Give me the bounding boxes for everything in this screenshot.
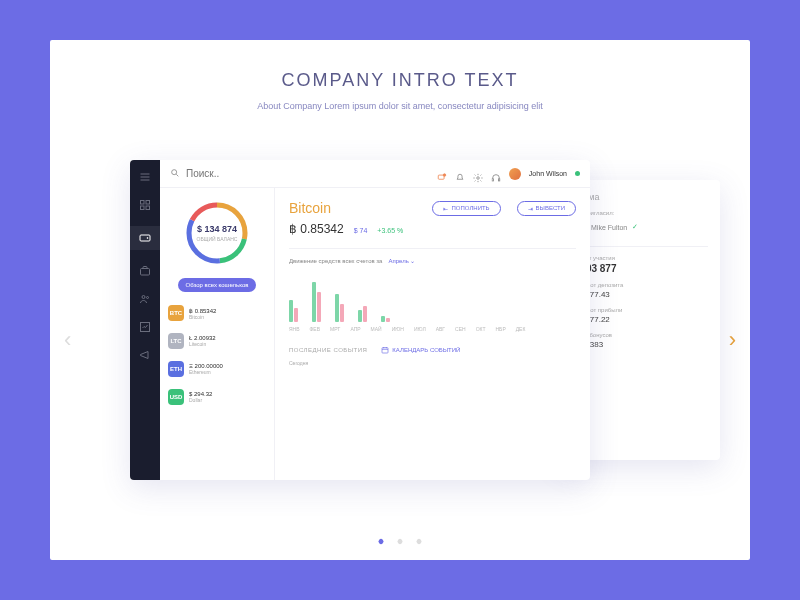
sidebar-nav (130, 160, 160, 480)
withdraw-button[interactable]: ⇥ВЫВЕСТИ (517, 201, 576, 216)
coin-badge: USD (168, 389, 184, 405)
hero-subtitle: About Company Lorem ipsum dolor sit amet… (50, 101, 750, 111)
topbar: John Wilson (160, 160, 590, 188)
month-tick: ИЮН (392, 326, 404, 332)
bar-out (340, 304, 344, 322)
invite-label: Вас пригласил: (572, 210, 708, 216)
month-tick: МАЙ (371, 326, 382, 332)
month-tick: ЯНВ (289, 326, 300, 332)
gear-icon[interactable] (473, 169, 483, 179)
month-tick: АПР (350, 326, 360, 332)
svg-rect-3 (146, 206, 150, 210)
bar-in (358, 310, 362, 322)
coin-detail: Bitcoin ⇤ПОПОЛНИТЬ ⇥ВЫВЕСТИ ฿ 0.85342 $ … (275, 188, 590, 480)
deposit-value: $ 5 877.43 (572, 290, 708, 299)
month-tick: АВГ (436, 326, 445, 332)
wallet-item[interactable]: USD$ 294.32Dollar (166, 386, 268, 408)
bar-in (289, 300, 293, 322)
profit-value: $ 3 877.22 (572, 315, 708, 324)
headset-icon[interactable] (491, 169, 501, 179)
avatar[interactable] (509, 168, 521, 180)
balance-donut: $ 134 874 ОБЩИЙ БАЛАНС (182, 198, 252, 268)
month-tick: ИЮЛ (414, 326, 426, 332)
carousel-dots (379, 539, 422, 544)
svg-rect-2 (141, 206, 145, 210)
bar-chart (289, 272, 576, 322)
search-icon[interactable] (170, 168, 180, 180)
chat-icon[interactable] (437, 169, 447, 179)
wallet-amount: ฿ 0.85342 (189, 307, 216, 314)
wallet-item[interactable]: LTCŁ 2.00932Litecoin (166, 330, 268, 352)
all-value: $ 10 383 (572, 340, 708, 349)
users-icon[interactable] (138, 292, 152, 306)
wallet-name: Bitcoin (189, 314, 216, 320)
bar-out (317, 292, 321, 322)
search-input[interactable] (186, 168, 246, 179)
svg-rect-1 (146, 201, 150, 205)
dashboard-card: John Wilson (130, 160, 590, 480)
bar-in (312, 282, 316, 322)
stats-label: оборот участия (572, 255, 708, 261)
chart-label: Движение средств всех счетов за (289, 258, 382, 264)
bell-icon[interactable] (455, 169, 465, 179)
svg-point-12 (443, 173, 446, 176)
balance-amount: $ 134 874 (197, 224, 237, 234)
carousel-prev[interactable]: ‹ (64, 327, 71, 353)
wallet-icon[interactable] (130, 226, 160, 250)
balance-panel: $ 134 874 ОБЩИЙ БАЛАНС Обзор всех кошель… (160, 188, 275, 480)
svg-point-5 (147, 238, 148, 239)
hero-title: COMPANY INTRO TEXT (50, 70, 750, 91)
all-label: Итого бонусов (572, 332, 708, 338)
briefcase-icon[interactable] (138, 264, 152, 278)
coin-amount: ฿ 0.85342 (289, 222, 344, 236)
user-name: John Wilson (529, 170, 567, 177)
coin-title: Bitcoin (289, 200, 331, 216)
coin-usd: $ 74 (354, 227, 368, 234)
svg-point-8 (147, 297, 149, 299)
view-wallets-button[interactable]: Обзор всех кошельков (178, 278, 257, 292)
month-tick: ДЕК (516, 326, 526, 332)
events-label: ПОСЛЕДНИЕ СОБЫТИЯ (289, 347, 367, 353)
profit-label: Бонус от прибыли (572, 307, 708, 313)
chart-icon[interactable] (138, 320, 152, 334)
today-label: Сегодня (289, 360, 576, 366)
dot-2[interactable] (396, 538, 403, 545)
svg-point-10 (172, 169, 177, 174)
stats-total: $ 293 877 (572, 263, 708, 274)
wallet-item[interactable]: BTC฿ 0.85342Bitcoin (166, 302, 268, 324)
deposit-label: Бонус от депозита (572, 282, 708, 288)
coin-pct: +3.65 % (377, 227, 403, 234)
wallet-item[interactable]: ETHΞ 200.00000Ethereum (166, 358, 268, 380)
month-tick: МРТ (330, 326, 340, 332)
month-tick: ФЕВ (310, 326, 320, 332)
coin-badge: LTC (168, 333, 184, 349)
megaphone-icon[interactable] (138, 348, 152, 362)
bar-in (381, 316, 385, 322)
side-heading: рамма (572, 192, 708, 202)
svg-point-7 (142, 296, 145, 299)
month-tick: ОКТ (476, 326, 486, 332)
wallet-name: Dollar (189, 397, 212, 403)
svg-rect-14 (492, 178, 493, 180)
svg-point-13 (477, 176, 480, 179)
status-dot (575, 171, 580, 176)
dot-3[interactable] (415, 538, 422, 545)
month-select[interactable]: Апрель ⌄ (388, 257, 415, 264)
coin-badge: ETH (168, 361, 184, 377)
dot-1[interactable] (377, 538, 384, 545)
bar-out (386, 318, 390, 322)
topup-button[interactable]: ⇤ПОПОЛНИТЬ (432, 201, 500, 216)
wallet-name: Ethereum (189, 369, 223, 375)
balance-label: ОБЩИЙ БАЛАНС (197, 236, 238, 242)
svg-rect-15 (498, 178, 499, 180)
menu-icon[interactable] (138, 170, 152, 184)
grid-icon[interactable] (138, 198, 152, 212)
svg-rect-21 (382, 348, 388, 353)
carousel-next[interactable]: › (729, 327, 736, 353)
bar-in (335, 294, 339, 322)
calendar-link[interactable]: КАЛЕНДАРЬ СОБЫТИЙ (381, 346, 460, 354)
coin-badge: BTC (168, 305, 184, 321)
bar-out (294, 308, 298, 322)
wallet-name: Litecoin (189, 341, 216, 347)
month-tick: НБР (495, 326, 505, 332)
